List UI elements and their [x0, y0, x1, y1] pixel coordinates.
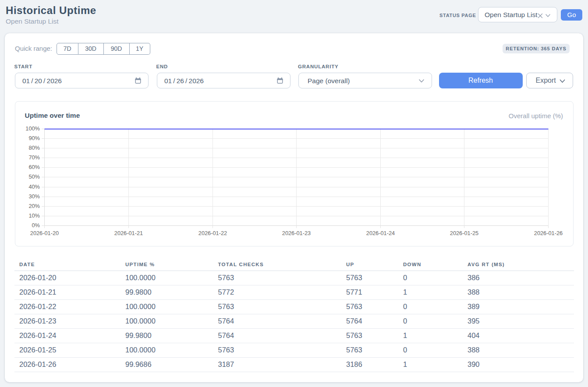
- svg-text:2026-01-24: 2026-01-24: [366, 230, 395, 236]
- svg-text:0%: 0%: [32, 222, 40, 229]
- svg-text:10%: 10%: [28, 212, 40, 219]
- svg-text:2026-01-21: 2026-01-21: [114, 230, 143, 236]
- svg-text:90%: 90%: [28, 135, 40, 141]
- svg-text:60%: 60%: [28, 164, 40, 170]
- svg-text:100%: 100%: [25, 125, 40, 132]
- svg-text:2026-01-23: 2026-01-23: [282, 230, 311, 236]
- svg-text:2026-01-25: 2026-01-25: [450, 230, 478, 236]
- svg-text:50%: 50%: [28, 173, 40, 180]
- svg-text:2026-01-22: 2026-01-22: [198, 230, 227, 236]
- svg-text:2026-01-20: 2026-01-20: [30, 230, 59, 236]
- svg-text:20%: 20%: [28, 203, 40, 209]
- svg-text:40%: 40%: [28, 183, 40, 190]
- svg-text:30%: 30%: [28, 193, 40, 200]
- svg-text:80%: 80%: [28, 144, 40, 151]
- svg-text:2026-01-26: 2026-01-26: [534, 230, 563, 236]
- svg-text:70%: 70%: [28, 154, 40, 161]
